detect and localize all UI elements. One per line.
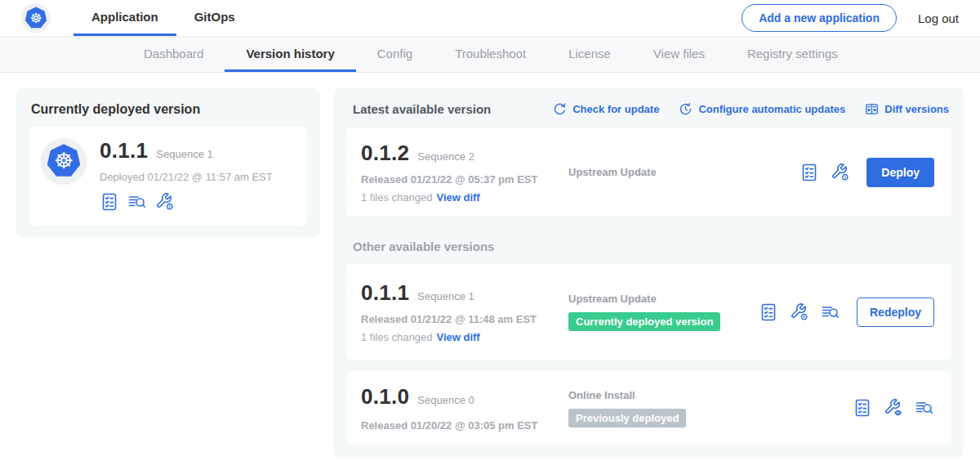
checklist-icon[interactable] xyxy=(759,302,778,322)
header-actions: Check for update Configure automatic upd… xyxy=(553,102,949,116)
view-diff-link[interactable]: View diff xyxy=(436,331,479,343)
logout-button[interactable]: Log out xyxy=(918,11,959,25)
previously-deployed-badge: Previously deployed xyxy=(568,409,686,427)
version-card-0-1-0: 0.1.0 Sequence 0 Released 01/20/22 @ 03:… xyxy=(346,371,951,445)
other-versions-title: Other available versions xyxy=(353,239,951,253)
topbar-right: Add a new application Log out xyxy=(742,0,964,36)
version-info: 0.1.1 Sequence 1 Released 01/21/22 @ 11:… xyxy=(361,280,567,343)
subnav-item-registry-settings[interactable]: Registry settings xyxy=(726,37,859,72)
top-tabs: Application GitOps xyxy=(74,0,253,36)
top-navbar: ☸ Application GitOps Add a new applicati… xyxy=(0,0,980,37)
release-notes-icon[interactable] xyxy=(915,398,934,418)
version-number: 0.1.1 xyxy=(361,280,409,306)
released-timestamp: Released 01/21/22 @ 11:48 am EST xyxy=(361,313,567,325)
currently-deployed-panel: Currently deployed version ☸ 0.1.1 Seque… xyxy=(16,87,320,238)
deployed-timestamp: Deployed 01/21/22 @ 11:57 am EST xyxy=(100,171,273,183)
version-card-0-1-2: 0.1.2 Sequence 2 Released 01/21/22 @ 05:… xyxy=(346,128,951,217)
available-versions-header: Latest available version Check for updat… xyxy=(346,101,951,128)
released-timestamp: Released 01/20/22 @ 03:05 pm EST xyxy=(361,419,567,432)
version-info: 0.1.0 Sequence 0 Released 01/20/22 @ 03:… xyxy=(361,384,567,432)
clock-refresh-icon xyxy=(679,102,693,116)
deployed-sequence-label: Sequence 1 xyxy=(156,148,212,160)
check-for-update-link[interactable]: Check for update xyxy=(553,102,659,116)
view-diff-link[interactable]: View diff xyxy=(436,191,479,204)
files-changed-label: 1 files changed xyxy=(361,331,432,343)
checklist-icon[interactable] xyxy=(100,192,119,212)
subnav-item-troubleshoot[interactable]: Troubleshoot xyxy=(434,37,547,72)
sequence-label: Sequence 1 xyxy=(417,290,474,302)
subnav-item-license[interactable]: License xyxy=(547,37,632,72)
check-for-update-label: Check for update xyxy=(572,103,659,115)
subnav-item-version-history[interactable]: Version history xyxy=(225,37,355,72)
view-config-icon[interactable] xyxy=(884,398,903,418)
released-timestamp: Released 01/21/22 @ 05:37 pm EST xyxy=(361,173,567,186)
redeploy-button[interactable]: Redeploy xyxy=(857,298,934,327)
version-actions: Redeploy xyxy=(759,298,934,327)
files-changed: 1 files changedView diff xyxy=(361,191,567,204)
source-label: Upstream Update xyxy=(568,166,800,178)
subnav-item-config[interactable]: Config xyxy=(356,37,434,72)
deployed-version-number: 0.1.1 xyxy=(100,138,148,163)
version-source: Upstream Update xyxy=(567,166,800,178)
version-card-0-1-1: 0.1.1 Sequence 1 Released 01/21/22 @ 11:… xyxy=(346,264,951,360)
refresh-icon xyxy=(553,102,567,116)
version-number: 0.1.0 xyxy=(361,384,409,410)
files-changed: 1 files changedView diff xyxy=(361,331,567,343)
app-subnav: Dashboard Version history Config Trouble… xyxy=(0,37,980,73)
version-source: Online Install Previously deployed xyxy=(567,389,853,427)
currently-deployed-title: Currently deployed version xyxy=(29,101,307,127)
release-notes-icon[interactable] xyxy=(821,302,840,322)
config-icon[interactable] xyxy=(155,192,175,212)
deployed-version-card: ☸ 0.1.1 Sequence 1 Deployed 01/21/22 @ 1… xyxy=(29,127,307,225)
app-logo-icon: ☸ xyxy=(41,138,87,184)
tab-gitops[interactable]: GitOps xyxy=(176,0,253,36)
version-actions xyxy=(853,398,934,418)
deployed-action-icons xyxy=(100,192,273,212)
tab-application[interactable]: Application xyxy=(74,0,176,36)
deploy-button[interactable]: Deploy xyxy=(866,158,934,187)
release-notes-icon[interactable] xyxy=(127,192,147,212)
kubernetes-logo-icon: ☸ xyxy=(21,3,51,33)
diff-icon xyxy=(865,102,879,116)
kubernetes-heptagon-icon: ☸ xyxy=(24,6,48,30)
source-label: Online Install xyxy=(568,389,853,401)
checklist-icon[interactable] xyxy=(853,398,872,418)
config-icon[interactable] xyxy=(790,302,809,322)
available-versions-panel: Latest available version Check for updat… xyxy=(333,87,964,458)
sequence-label: Sequence 2 xyxy=(417,150,474,163)
version-source: Upstream Update Currently deployed versi… xyxy=(567,293,759,331)
latest-available-title: Latest available version xyxy=(353,102,491,116)
version-actions: Deploy xyxy=(800,158,934,187)
diff-versions-label: Diff versions xyxy=(884,103,949,115)
deployed-version-details: 0.1.1 Sequence 1 Deployed 01/21/22 @ 11:… xyxy=(100,138,273,212)
version-info: 0.1.2 Sequence 2 Released 01/21/22 @ 05:… xyxy=(361,141,567,204)
sequence-label: Sequence 0 xyxy=(417,394,474,406)
configure-automatic-updates-link[interactable]: Configure automatic updates xyxy=(679,102,845,116)
main-content: Currently deployed version ☸ 0.1.1 Seque… xyxy=(0,73,980,461)
files-changed-label: 1 files changed xyxy=(361,191,432,204)
version-number: 0.1.2 xyxy=(361,141,409,166)
configure-automatic-updates-label: Configure automatic updates xyxy=(698,103,845,115)
diff-versions-link[interactable]: Diff versions xyxy=(865,102,949,116)
currently-deployed-badge: Currently deployed version xyxy=(568,312,720,331)
kubernetes-heptagon-icon: ☸ xyxy=(45,142,82,180)
add-application-button[interactable]: Add a new application xyxy=(742,4,897,32)
source-label: Upstream Update xyxy=(568,293,759,305)
config-icon[interactable] xyxy=(831,163,850,182)
checklist-icon[interactable] xyxy=(800,163,819,182)
subnav-item-dashboard[interactable]: Dashboard xyxy=(122,37,225,72)
subnav-item-view-files[interactable]: View files xyxy=(632,37,726,72)
